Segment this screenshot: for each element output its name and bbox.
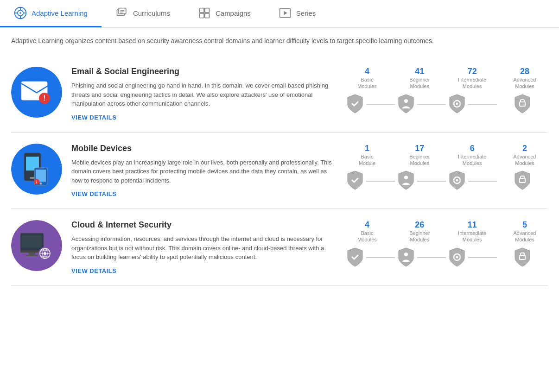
svg-point-33 bbox=[40, 182, 42, 184]
stat-label-intermediate: Intermediate Modules bbox=[458, 153, 486, 167]
stat-advanced-email-social: 28Advanced Modules bbox=[502, 67, 548, 90]
shield-wrapper-beginner bbox=[395, 169, 446, 193]
svg-point-36 bbox=[404, 176, 408, 179]
stat-label-beginner: Beginner Modules bbox=[409, 230, 430, 243]
stat-beginner-cloud-internet: 26Beginner Modules bbox=[396, 220, 443, 243]
svg-rect-15 bbox=[205, 13, 210, 18]
stat-label-beginner: Beginner Modules bbox=[409, 76, 430, 90]
connector-line-2 bbox=[468, 257, 497, 258]
stat-number-intermediate: 11 bbox=[468, 220, 477, 230]
svg-point-24 bbox=[456, 102, 458, 105]
stat-number-basic: 1 bbox=[365, 144, 369, 153]
stat-beginner-mobile-devices: 17Beginner Modules bbox=[396, 144, 443, 167]
stat-number-beginner: 26 bbox=[415, 220, 424, 230]
stat-intermediate-cloud-internet: 11Intermediate Modules bbox=[449, 220, 495, 243]
connector-line-0 bbox=[366, 181, 395, 182]
svg-point-38 bbox=[456, 179, 458, 182]
stat-beginner-email-social: 41Beginner Modules bbox=[396, 67, 443, 90]
stat-intermediate-email-social: 72Intermediate Modules bbox=[449, 67, 495, 90]
tab-adaptive-learning-label: Adaptive Learning bbox=[32, 9, 88, 17]
connector-line-0 bbox=[366, 104, 395, 105]
connector-line-1 bbox=[417, 181, 446, 182]
domain-stats-email-social: 4Basic Modules41Beginner Modules72Interm… bbox=[344, 67, 548, 116]
stats-numbers-row-mobile-devices: 1Basic Module17Beginner Modules6Intermed… bbox=[344, 144, 548, 167]
shield-advanced-cloud-internet bbox=[511, 246, 534, 270]
stat-intermediate-mobile-devices: 6Intermediate Modules bbox=[449, 144, 495, 167]
svg-point-22 bbox=[404, 99, 408, 103]
domain-icon-mobile-devices: i bbox=[11, 144, 62, 195]
connector-line-2 bbox=[468, 104, 497, 105]
stat-advanced-cloud-internet: 5Advanced Modules bbox=[502, 220, 548, 243]
stat-number-basic: 4 bbox=[365, 220, 369, 230]
stat-label-basic: Basic Module bbox=[359, 153, 375, 167]
shield-advanced-email-social bbox=[511, 93, 534, 116]
domain-info-email-social: Email & Social EngineeringPhishing and s… bbox=[71, 67, 335, 121]
view-details-mobile-devices[interactable]: VIEW DETAILS bbox=[71, 190, 335, 197]
shield-wrapper-basic bbox=[344, 93, 395, 116]
stat-label-advanced: Advanced Modules bbox=[514, 76, 536, 90]
stat-basic-mobile-devices: 1Basic Module bbox=[344, 144, 390, 167]
connector-line-1 bbox=[417, 257, 446, 258]
stat-number-beginner: 41 bbox=[415, 67, 424, 76]
stat-number-intermediate: 72 bbox=[468, 67, 477, 76]
svg-point-54 bbox=[404, 253, 408, 256]
shields-row-mobile-devices bbox=[344, 169, 548, 193]
tab-series[interactable]: Series bbox=[265, 0, 330, 27]
stat-label-advanced: Advanced Modules bbox=[514, 230, 536, 243]
stat-label-intermediate: Intermediate Modules bbox=[458, 76, 486, 90]
stat-number-intermediate: 6 bbox=[470, 144, 475, 153]
shield-advanced-mobile-devices bbox=[511, 169, 534, 193]
view-details-cloud-internet[interactable]: VIEW DETAILS bbox=[71, 267, 335, 274]
domain-desc-cloud-internet: Accessing information, resources, and se… bbox=[71, 234, 335, 262]
stats-numbers-row-cloud-internet: 4Basic Modules26Beginner Modules11Interm… bbox=[344, 220, 548, 243]
stat-number-beginner: 17 bbox=[415, 144, 424, 153]
stat-label-beginner: Beginner Modules bbox=[409, 153, 430, 167]
tab-curriculums-label: Curriculums bbox=[133, 9, 170, 17]
top-navigation: Adaptive Learning Curriculums Campaigns … bbox=[0, 0, 559, 28]
svg-rect-12 bbox=[199, 8, 204, 13]
tab-adaptive-learning[interactable]: Adaptive Learning bbox=[0, 0, 102, 27]
svg-rect-42 bbox=[22, 235, 42, 248]
svg-point-51 bbox=[44, 252, 46, 255]
domain-icon-email-social: ! bbox=[11, 67, 62, 118]
view-details-email-social[interactable]: VIEW DETAILS bbox=[71, 114, 335, 121]
domain-title-email-social: Email & Social Engineering bbox=[71, 67, 335, 76]
svg-marker-17 bbox=[284, 11, 287, 15]
shield-wrapper-advanced bbox=[497, 169, 548, 193]
svg-point-56 bbox=[456, 256, 458, 258]
stat-label-intermediate: Intermediate Modules bbox=[458, 230, 486, 243]
page-description: Adaptive Learning organizes content base… bbox=[11, 37, 548, 44]
shield-basic-email-social bbox=[344, 93, 366, 116]
stat-number-advanced: 28 bbox=[520, 67, 529, 76]
shield-wrapper-basic bbox=[344, 169, 395, 193]
svg-rect-14 bbox=[199, 13, 204, 18]
shield-wrapper-intermediate bbox=[446, 169, 497, 193]
connector-line-1 bbox=[417, 104, 446, 105]
stat-label-basic: Basic Modules bbox=[357, 76, 377, 90]
domain-info-mobile-devices: Mobile DevicesMobile devices play an inc… bbox=[71, 144, 335, 198]
stat-label-advanced: Advanced Modules bbox=[514, 153, 536, 167]
domain-row-email-social: ! Email & Social EngineeringPhishing and… bbox=[11, 56, 548, 133]
shield-beginner-email-social bbox=[395, 93, 417, 116]
domain-desc-mobile-devices: Mobile devices play an increasingly larg… bbox=[71, 158, 335, 185]
svg-text:!: ! bbox=[43, 94, 45, 102]
shield-beginner-cloud-internet bbox=[395, 246, 417, 270]
stat-advanced-mobile-devices: 2Advanced Modules bbox=[502, 144, 548, 167]
connector-line-2 bbox=[468, 181, 497, 182]
shield-intermediate-cloud-internet bbox=[446, 246, 468, 270]
svg-point-2 bbox=[19, 12, 21, 14]
stat-number-basic: 4 bbox=[365, 67, 369, 76]
tab-curriculums[interactable]: Curriculums bbox=[102, 0, 184, 27]
domains-list: ! Email & Social EngineeringPhishing and… bbox=[11, 56, 548, 286]
stat-basic-cloud-internet: 4Basic Modules bbox=[344, 220, 390, 243]
shields-row-cloud-internet bbox=[344, 246, 548, 270]
tab-campaigns[interactable]: Campaigns bbox=[184, 0, 265, 27]
shield-wrapper-beginner bbox=[395, 93, 446, 116]
svg-text:i: i bbox=[36, 180, 38, 184]
svg-rect-13 bbox=[205, 8, 210, 13]
domain-desc-email-social: Phishing and social engineering go hand … bbox=[71, 81, 335, 108]
shield-basic-mobile-devices bbox=[344, 169, 366, 193]
domain-row-cloud-internet: Cloud & Internet SecurityAccessing infor… bbox=[11, 209, 548, 286]
domain-title-mobile-devices: Mobile Devices bbox=[71, 144, 335, 153]
domain-info-cloud-internet: Cloud & Internet SecurityAccessing infor… bbox=[71, 220, 335, 274]
